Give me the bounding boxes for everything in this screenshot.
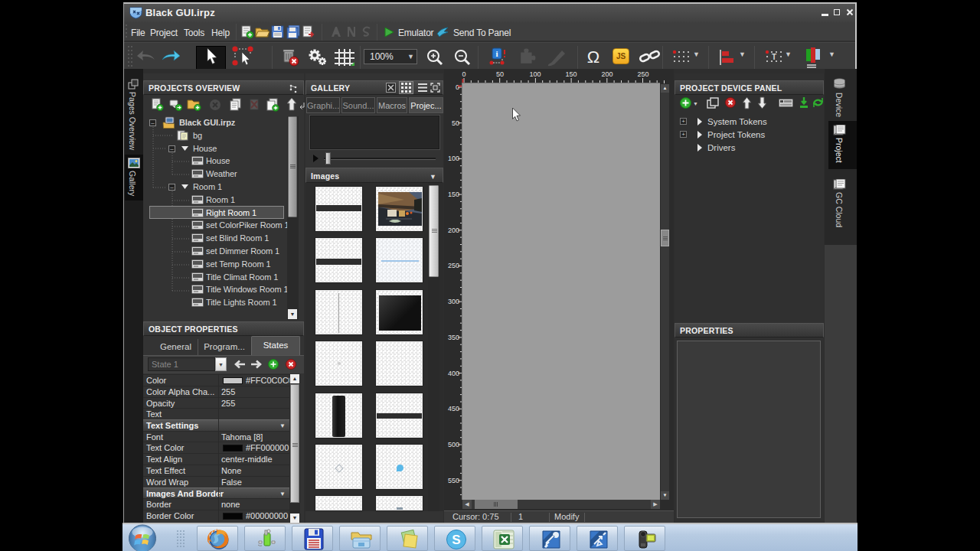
svg-text:Ω: Ω xyxy=(587,47,599,67)
svg-text:T: T xyxy=(772,53,776,61)
svg-text:S: S xyxy=(452,533,460,547)
svg-text:i: i xyxy=(495,49,498,58)
